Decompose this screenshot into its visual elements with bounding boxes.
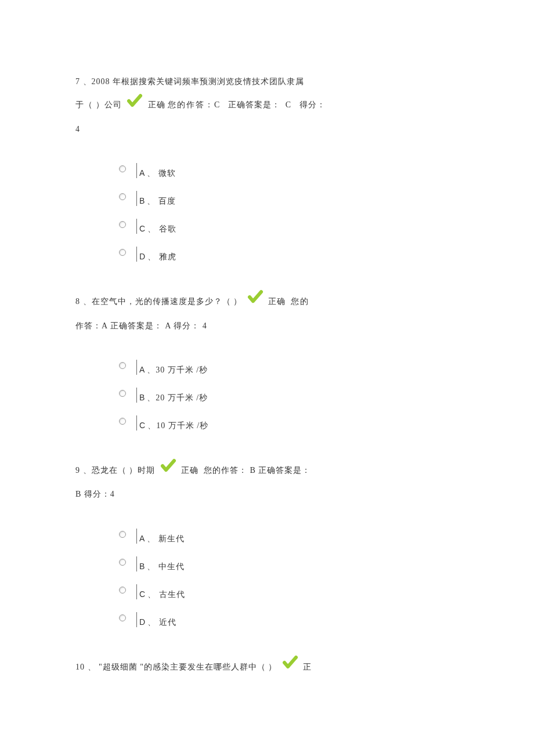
question-text: 9 、恐龙在（ ）时期 正确 您的作答： B 正确答案是： B 得分：4 xyxy=(75,458,464,506)
question-text: 7 、2008 年根据搜索关键词频率预测浏览疫情技术团队隶属 于（ ）公司 正确… xyxy=(75,70,464,140)
option-a[interactable]: A 、30 万千米 /秒 xyxy=(119,352,464,379)
option-d[interactable]: D 、 近代 xyxy=(119,604,464,632)
separator xyxy=(136,360,137,375)
q-number: 9 xyxy=(75,466,80,475)
option-d[interactable]: D 、 雅虎 xyxy=(119,238,464,266)
separator xyxy=(136,191,137,206)
options-list: A 、30 万千米 /秒 B 、20 万千米 /秒 C 、10 万千米 /秒 xyxy=(75,352,464,435)
question-text: 8 、在空气中，光的传播速度是多少？（ ） 正确 您的 作答：A 正确答案是： … xyxy=(75,290,464,337)
separator xyxy=(136,247,137,262)
q-number: 8 xyxy=(75,297,80,306)
question-10: 10 、 "超级细菌 "的感染主要发生在哪些人群中（ ） 正 xyxy=(75,655,464,679)
radio-icon[interactable] xyxy=(119,165,126,172)
separator xyxy=(136,163,137,178)
separator xyxy=(136,529,137,544)
options-list: A 、 新生代 B 、 中生代 C 、 古生代 D 、 近代 xyxy=(75,520,464,632)
q-number: 7 、2008 xyxy=(75,77,110,86)
separator xyxy=(136,612,137,627)
radio-icon[interactable] xyxy=(119,221,126,228)
separator xyxy=(136,556,137,571)
option-b[interactable]: B 、20 万千米 /秒 xyxy=(119,379,464,407)
radio-icon[interactable] xyxy=(119,418,126,425)
checkmark-icon xyxy=(247,290,264,313)
radio-icon[interactable] xyxy=(119,559,126,566)
option-b[interactable]: B 、 百度 xyxy=(119,183,464,211)
question-9: 9 、恐龙在（ ）时期 正确 您的作答： B 正确答案是： B 得分：4 A 、… xyxy=(75,458,464,632)
question-text: 10 、 "超级细菌 "的感染主要发生在哪些人群中（ ） 正 xyxy=(75,655,464,679)
option-c[interactable]: C 、 古生代 xyxy=(119,576,464,604)
q-number: 10 xyxy=(75,663,85,671)
radio-icon[interactable] xyxy=(119,587,126,594)
checkmark-icon xyxy=(282,655,298,679)
option-a[interactable]: A 、 微软 xyxy=(119,155,464,183)
checkmark-icon xyxy=(160,458,176,482)
checkmark-icon xyxy=(127,93,143,117)
option-a[interactable]: A 、 新生代 xyxy=(119,520,464,548)
separator xyxy=(136,415,137,431)
option-c[interactable]: C 、 谷歌 xyxy=(119,211,464,238)
option-b[interactable]: B 、 中生代 xyxy=(119,548,464,576)
radio-icon[interactable] xyxy=(119,362,126,369)
radio-icon[interactable] xyxy=(119,390,126,397)
radio-icon[interactable] xyxy=(119,249,126,256)
radio-icon[interactable] xyxy=(119,614,126,621)
options-list: A 、 微软 B 、 百度 C 、 谷歌 D 、 雅虎 xyxy=(75,155,464,266)
radio-icon[interactable] xyxy=(119,193,126,200)
question-8: 8 、在空气中，光的传播速度是多少？（ ） 正确 您的 作答：A 正确答案是： … xyxy=(75,290,464,435)
option-c[interactable]: C 、10 万千米 /秒 xyxy=(119,407,464,435)
separator xyxy=(136,584,137,599)
separator xyxy=(136,219,137,234)
separator xyxy=(136,388,137,403)
question-7: 7 、2008 年根据搜索关键词频率预测浏览疫情技术团队隶属 于（ ）公司 正确… xyxy=(75,70,464,266)
radio-icon[interactable] xyxy=(119,531,126,538)
